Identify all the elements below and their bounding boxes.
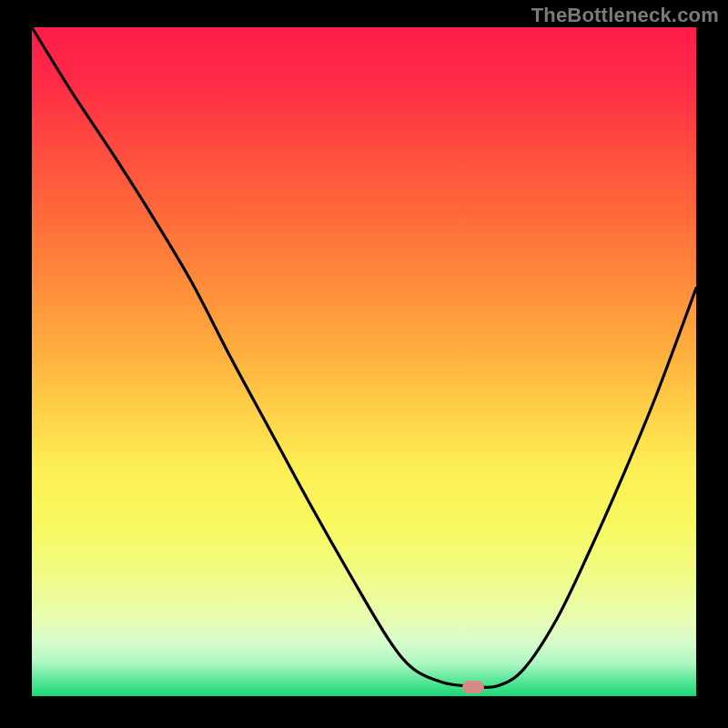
watermark-text: TheBottleneck.com	[531, 4, 719, 27]
curve-path	[32, 27, 696, 687]
bottleneck-curve	[32, 27, 696, 696]
selection-marker	[462, 681, 484, 693]
chart-frame: TheBottleneck.com	[0, 0, 728, 728]
